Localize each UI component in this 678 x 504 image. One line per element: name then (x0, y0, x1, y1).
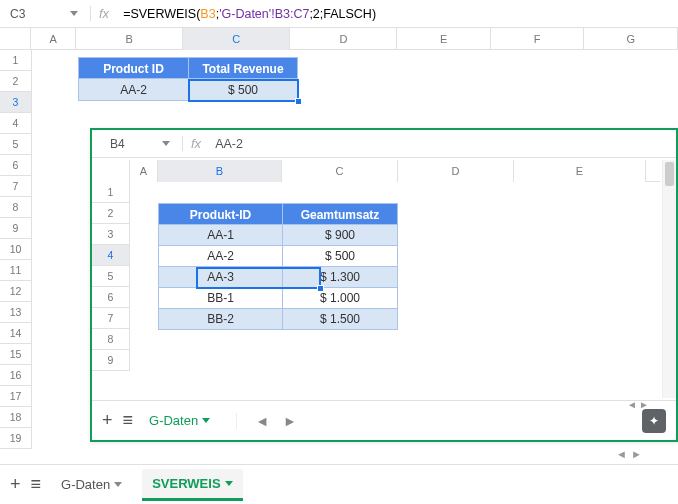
outer-data-table: Product ID Total Revenue AA-2 $ 500 (78, 57, 298, 101)
row-header-2[interactable]: 2 (0, 71, 32, 92)
embed-row-header-6[interactable]: 6 (92, 287, 130, 308)
embed-explore-button[interactable]: ✦ (642, 409, 666, 433)
inner-cell-produkt-id[interactable]: BB-2 (158, 309, 282, 330)
row-header-18[interactable]: 18 (0, 407, 32, 428)
row-header-4[interactable]: 4 (0, 113, 32, 134)
row-header-7[interactable]: 7 (0, 176, 32, 197)
row-header-13[interactable]: 13 (0, 302, 32, 323)
embed-col-header-C[interactable]: C (282, 160, 398, 182)
outer-hscroll-arrows[interactable]: ◄ ► (616, 448, 672, 460)
inner-header-geamtumsatz: Geamtumsatz (282, 203, 398, 225)
row-header-14[interactable]: 14 (0, 323, 32, 344)
inner-cell-produkt-id[interactable]: BB-1 (158, 288, 282, 309)
outer-cell-total-revenue[interactable]: $ 500 (188, 79, 298, 101)
formula-arg2: 'G-Daten'!B3:C7 (219, 7, 309, 21)
embed-col-header-B[interactable]: B (158, 160, 282, 182)
outer-hscroll-left-icon[interactable]: ◄ (616, 448, 627, 460)
embed-formula-bar: fx AA-2 (92, 130, 676, 158)
inner-cell-geamtumsatz[interactable]: $ 500 (282, 246, 398, 267)
select-all-corner[interactable] (0, 28, 31, 50)
inner-cell-geamtumsatz[interactable]: $ 1.000 (282, 288, 398, 309)
star-icon: ✦ (649, 414, 659, 428)
row-header-16[interactable]: 16 (0, 365, 32, 386)
embed-pager-left-icon[interactable]: ◄ (255, 413, 269, 429)
row-header-8[interactable]: 8 (0, 197, 32, 218)
row-header-17[interactable]: 17 (0, 386, 32, 407)
row-header-15[interactable]: 15 (0, 344, 32, 365)
embed-grid: ABCDE 123456789 Produkt-ID Geamtumsatz A… (92, 160, 660, 398)
row-header-11[interactable]: 11 (0, 260, 32, 281)
row-header-1[interactable]: 1 (0, 50, 32, 71)
outer-cells[interactable]: Product ID Total Revenue AA-2 $ 500 fx A… (32, 50, 678, 462)
table-row: AA-3$ 1.300 (158, 267, 398, 288)
inner-cell-produkt-id[interactable]: AA-3 (158, 267, 282, 288)
embed-row-header-2[interactable]: 2 (92, 203, 130, 224)
embed-col-header-E[interactable]: E (514, 160, 646, 182)
inner-cell-geamtumsatz[interactable]: $ 1.500 (282, 309, 398, 330)
row-header-3[interactable]: 3 (0, 92, 32, 113)
col-header-B[interactable]: B (76, 28, 183, 50)
embed-fx-icon: fx (182, 136, 205, 151)
embed-name-box-dropdown-icon[interactable] (162, 141, 170, 146)
outer-row-headers: 12345678910111213141516171819 (0, 50, 32, 449)
formula-fn: =SVERWEIS( (123, 7, 200, 21)
embed-row-header-9[interactable]: 9 (92, 350, 130, 371)
embed-pager: ◄ ► (236, 413, 297, 429)
embed-row-header-1[interactable]: 1 (92, 182, 130, 203)
table-row: AA-1$ 900 (158, 225, 398, 246)
embed-vscroll-thumb[interactable] (665, 162, 674, 186)
embed-formula-input[interactable]: AA-2 (211, 135, 670, 153)
all-sheets-button[interactable]: ≡ (31, 474, 42, 495)
inner-cell-geamtumsatz[interactable]: $ 900 (282, 225, 398, 246)
embed-row-header-3[interactable]: 3 (92, 224, 130, 245)
row-header-6[interactable]: 6 (0, 155, 32, 176)
embed-col-header-D[interactable]: D (398, 160, 514, 182)
row-header-5[interactable]: 5 (0, 134, 32, 155)
sheet-tab-sverweis-dropdown-icon[interactable] (225, 481, 233, 486)
embed-row-header-5[interactable]: 5 (92, 266, 130, 287)
sheet-tab-g-daten[interactable]: G-Daten (51, 470, 132, 499)
table-row: BB-2$ 1.500 (158, 309, 398, 330)
table-row: AA-2$ 500 (158, 246, 398, 267)
embed-sheet-tab-dropdown-icon[interactable] (202, 418, 210, 423)
outer-cell-product-id[interactable]: AA-2 (78, 79, 188, 101)
embed-all-sheets-button[interactable]: ≡ (123, 410, 134, 431)
fx-icon: fx (90, 6, 113, 21)
inner-header-produkt-id: Produkt-ID (158, 203, 282, 225)
embed-row-header-8[interactable]: 8 (92, 329, 130, 350)
outer-hscroll-right-icon[interactable]: ► (631, 448, 642, 460)
inner-cell-produkt-id[interactable]: AA-2 (158, 246, 282, 267)
embed-add-sheet-button[interactable]: + (102, 410, 113, 431)
outer-header-product-id: Product ID (78, 57, 188, 79)
inner-cell-geamtumsatz[interactable]: $ 1.300 (282, 267, 398, 288)
embed-col-header-A[interactable]: A (130, 160, 158, 182)
row-header-12[interactable]: 12 (0, 281, 32, 302)
name-box-dropdown-icon[interactable] (70, 11, 78, 16)
embed-pager-right-icon[interactable]: ► (283, 413, 297, 429)
name-box[interactable] (6, 4, 64, 24)
fill-handle-outer[interactable] (295, 98, 302, 105)
sheet-tab-sverweis[interactable]: SVERWEIS (142, 469, 242, 501)
row-header-9[interactable]: 9 (0, 218, 32, 239)
embed-name-box[interactable] (106, 134, 156, 154)
sheet-tab-g-daten-dropdown-icon[interactable] (114, 482, 122, 487)
row-header-19[interactable]: 19 (0, 428, 32, 449)
col-header-C[interactable]: C (183, 28, 290, 50)
embed-row-header-7[interactable]: 7 (92, 308, 130, 329)
add-sheet-button[interactable]: + (10, 474, 21, 495)
embed-col-headers: ABCDE (92, 160, 660, 182)
col-header-D[interactable]: D (290, 28, 397, 50)
embedded-sheet: fx AA-2 ABCDE 123456789 Produkt-ID Geamt… (90, 128, 678, 442)
embed-row-header-4[interactable]: 4 (92, 245, 130, 266)
col-header-E[interactable]: E (397, 28, 491, 50)
fill-handle-inner[interactable] (317, 285, 324, 292)
row-header-10[interactable]: 10 (0, 239, 32, 260)
embed-sheet-tab[interactable]: G-Daten (143, 413, 216, 428)
formula-input[interactable]: =SVERWEIS(B3;'G-Daten'!B3:C7;2;FALSCH) (119, 5, 672, 23)
col-header-G[interactable]: G (584, 28, 678, 50)
col-header-A[interactable]: A (31, 28, 76, 50)
col-header-F[interactable]: F (491, 28, 585, 50)
embed-select-all-corner[interactable] (92, 160, 130, 182)
embed-vertical-scrollbar[interactable] (662, 160, 676, 398)
inner-cell-produkt-id[interactable]: AA-1 (158, 225, 282, 246)
